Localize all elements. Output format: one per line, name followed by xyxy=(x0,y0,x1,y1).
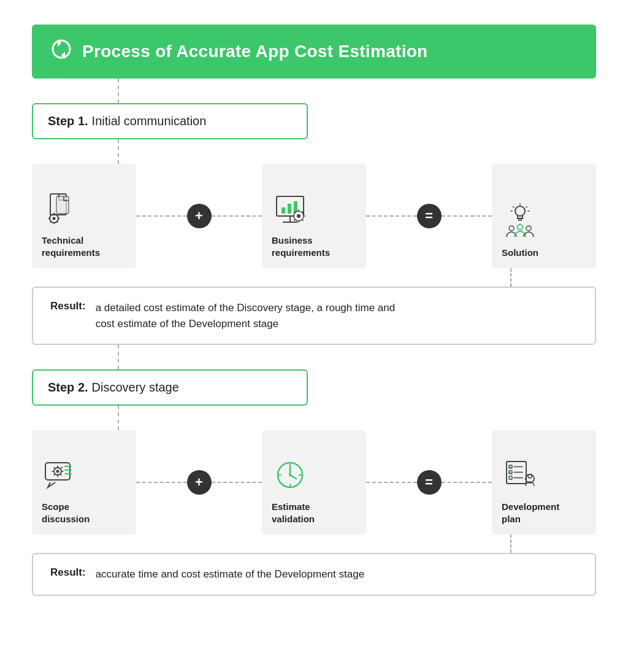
result2-row: Result: accurate time and cost estimate … xyxy=(50,566,578,582)
dashed-line-4a xyxy=(366,482,417,483)
result2-text: accurate time and cost estimate of the D… xyxy=(96,566,364,582)
step2-description: Discovery stage xyxy=(92,380,179,395)
dashed-line-1b xyxy=(212,215,262,217)
card-estimate-validation-label: Estimatevalidation xyxy=(272,501,315,525)
result1-text: a detailed cost estimate of the Discover… xyxy=(96,300,396,331)
result1-box: Result: a detailed cost estimate of the … xyxy=(32,287,596,345)
card-business-requirements-label: Businessrequirements xyxy=(272,234,330,258)
card-technical-requirements: Technicalrequirements xyxy=(32,164,136,268)
card-scope-discussion: Scopediscussion xyxy=(32,430,136,535)
svg-point-14 xyxy=(515,206,525,216)
v-connector-1 xyxy=(118,79,119,103)
step2-cards-row: Scopediscussion + Estimatevalidation xyxy=(32,430,596,535)
svg-line-32 xyxy=(290,475,296,479)
connector-equals-1: = xyxy=(366,204,492,228)
solution-icon xyxy=(502,203,538,239)
step1-cards-row: Technicalrequirements + xyxy=(32,164,596,268)
result1-label: Result: xyxy=(50,300,86,312)
connector-plus-1: + xyxy=(136,204,262,228)
svg-point-22 xyxy=(526,226,531,231)
card-business-requirements: Businessrequirements xyxy=(262,164,366,268)
card-estimate-validation: Estimatevalidation xyxy=(262,430,366,535)
step2-label: Step 2. xyxy=(48,380,88,395)
v-connector-5 xyxy=(118,406,119,430)
equals-operator-2: = xyxy=(417,470,442,495)
result2-box: Result: accurate time and cost estimate … xyxy=(32,553,596,596)
svg-point-4 xyxy=(53,217,56,220)
connector-equals-2: = xyxy=(366,470,492,495)
svg-point-25 xyxy=(56,470,59,473)
v-connector-3 xyxy=(510,268,596,287)
connector-plus-2: + xyxy=(136,470,262,495)
development-plan-icon xyxy=(502,457,538,493)
v-connector-4 xyxy=(118,345,119,369)
card-solution-label: Solution xyxy=(502,247,538,259)
header-banner: Process of Accurate App Cost Estimation xyxy=(32,25,596,79)
business-requirements-icon xyxy=(272,190,308,227)
step1-box: Step 1. Initial communication xyxy=(32,103,308,139)
card-technical-requirements-label: Technicalrequirements xyxy=(42,234,100,258)
estimate-validation-icon xyxy=(272,457,308,493)
step1-label: Step 1. xyxy=(48,114,88,128)
header-title: Process of Accurate App Cost Estimation xyxy=(82,42,428,61)
equals-operator-1: = xyxy=(417,204,442,228)
card-solution: Solution xyxy=(492,164,596,268)
dashed-line-2a xyxy=(366,215,417,217)
plus-operator-1: + xyxy=(187,204,212,228)
svg-line-16 xyxy=(513,206,515,207)
card-development-plan: Developmentplan xyxy=(492,430,596,535)
dashed-line-1a xyxy=(136,215,187,217)
result1-row: Result: a detailed cost estimate of the … xyxy=(50,300,578,331)
dashed-line-4b xyxy=(442,482,492,483)
svg-point-21 xyxy=(518,224,523,230)
scope-discussion-icon xyxy=(42,457,78,493)
card-scope-discussion-label: Scopediscussion xyxy=(42,501,90,525)
dashed-line-3a xyxy=(136,482,187,483)
svg-rect-42 xyxy=(509,476,512,479)
result2-label: Result: xyxy=(50,566,86,579)
main-container: Process of Accurate App Cost Estimation … xyxy=(32,25,596,596)
plus-operator-2: + xyxy=(187,470,212,495)
svg-rect-9 xyxy=(281,207,285,214)
v-connector-6 xyxy=(510,535,596,553)
dashed-line-3b xyxy=(212,482,262,483)
svg-rect-5 xyxy=(56,196,69,214)
header-icon xyxy=(50,38,72,65)
svg-point-13 xyxy=(297,214,301,218)
v-connector-2 xyxy=(118,139,119,164)
svg-line-17 xyxy=(526,206,527,207)
technical-requirements-icon xyxy=(42,190,78,227)
card-development-plan-label: Developmentplan xyxy=(502,501,559,525)
svg-rect-10 xyxy=(288,204,291,214)
step1-description: Initial communication xyxy=(92,114,207,128)
step2-box: Step 2. Discovery stage xyxy=(32,369,308,406)
dashed-line-2b xyxy=(442,215,492,217)
svg-point-45 xyxy=(528,474,532,478)
svg-point-20 xyxy=(509,226,514,231)
